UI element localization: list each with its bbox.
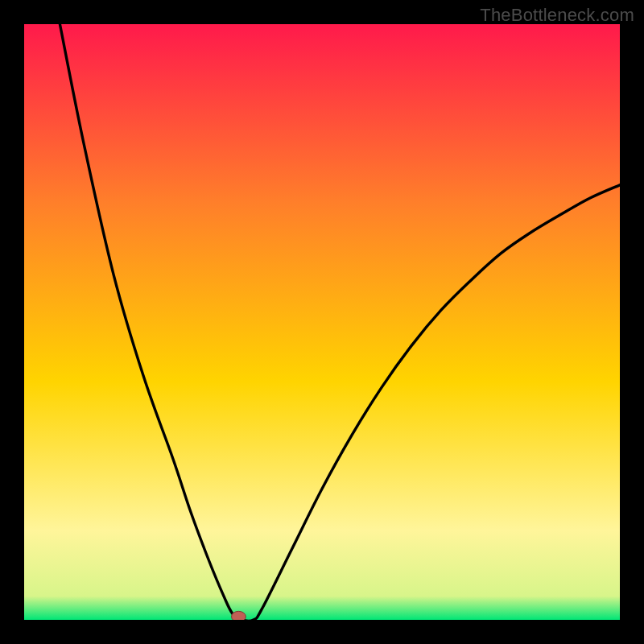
plot-area bbox=[24, 24, 620, 620]
chart-viewport: TheBottleneck.com bbox=[0, 0, 644, 644]
bottleneck-chart bbox=[24, 24, 620, 620]
gradient-background bbox=[24, 24, 620, 620]
optimum-marker bbox=[232, 611, 246, 620]
watermark-text: TheBottleneck.com bbox=[480, 5, 634, 26]
